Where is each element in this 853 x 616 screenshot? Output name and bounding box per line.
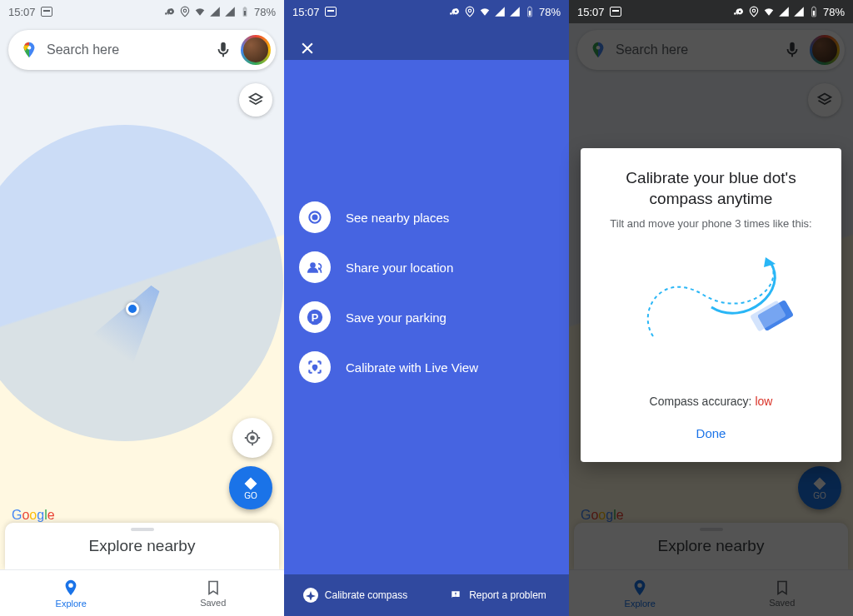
close-button[interactable] (299, 40, 316, 57)
dialog-subtitle: Tilt and move your phone 3 times like th… (596, 217, 826, 230)
close-icon (299, 40, 316, 57)
nearby-places-icon (299, 201, 331, 233)
wifi-icon (194, 6, 206, 17)
google-watermark: Google (12, 508, 55, 523)
share-location-icon (299, 251, 331, 283)
explore-card-label: Explore nearby (89, 537, 196, 555)
explore-nearby-card[interactable]: Explore nearby (5, 523, 279, 569)
footer-calibrate-compass[interactable]: Calibrate compass (284, 588, 426, 603)
screen-blue-dot-menu: 15:07 78% See nearby places Share your (284, 0, 569, 616)
search-placeholder: Search here (47, 42, 214, 57)
location-icon (464, 6, 476, 17)
battery-icon (524, 6, 536, 17)
nav-saved[interactable]: Saved (142, 570, 285, 616)
bookmark-icon (205, 579, 222, 596)
svg-point-10 (314, 366, 317, 369)
menu-item-label: Save your parking (346, 310, 446, 325)
parking-icon: P (299, 301, 331, 333)
menu-item-label: Calibrate with Live View (346, 360, 478, 375)
search-bar[interactable]: Search here (8, 30, 276, 70)
status-battery: 78% (254, 6, 276, 18)
layers-icon (247, 92, 264, 108)
blue-dot-menu-list: See nearby places Share your location P … (284, 201, 569, 401)
done-button[interactable]: Done (596, 420, 826, 447)
nav-saved-label: Saved (200, 598, 226, 608)
status-bar: 15:07 78% (0, 0, 284, 23)
feedback-icon (449, 589, 462, 602)
dialog-title: Calibrate your blue dot's compass anytim… (596, 168, 826, 209)
accuracy-label: Compass accuracy: (650, 395, 756, 408)
accuracy-value: low (755, 395, 772, 408)
signal-icon-2 (509, 6, 521, 17)
menu-footer: Calibrate compass Report a problem (284, 574, 569, 616)
news-icon (41, 7, 52, 17)
my-location-button[interactable] (232, 418, 272, 458)
svg-point-12 (752, 9, 756, 12)
vpn-key-icon (733, 6, 745, 17)
status-icons: 78% (733, 6, 845, 18)
menu-item-label: Share your location (346, 261, 453, 275)
wifi-icon (763, 6, 775, 17)
status-icons: 78% (449, 6, 561, 18)
profile-avatar[interactable] (241, 35, 271, 65)
mic-icon[interactable] (214, 41, 232, 59)
footer-report-problem[interactable]: Report a problem (426, 589, 569, 602)
maps-logo-icon (20, 41, 38, 59)
status-time: 15:07 (577, 6, 605, 18)
status-bar: 15:07 78% (284, 0, 569, 23)
svg-point-0 (183, 9, 187, 12)
svg-point-6 (313, 216, 317, 220)
menu-calibrate-live-view[interactable]: Calibrate with Live View (299, 351, 554, 383)
compass-icon (303, 588, 318, 603)
status-battery: 78% (539, 6, 561, 18)
signal-icon (494, 6, 506, 17)
signal-icon (209, 6, 221, 17)
figure-eight-illustration (628, 245, 795, 370)
calibrate-dialog: Calibrate your blue dot's compass anytim… (581, 148, 841, 462)
explore-pin-icon (62, 579, 80, 597)
nav-explore[interactable]: Explore (0, 570, 142, 616)
svg-point-4 (468, 9, 471, 12)
svg-point-7 (310, 262, 316, 268)
footer-label: Report a problem (469, 589, 546, 601)
menu-item-label: See nearby places (346, 211, 449, 225)
directions-icon (243, 476, 258, 491)
bottom-nav: Explore Saved (0, 569, 284, 616)
svg-text:P: P (312, 311, 319, 324)
vpn-key-icon (449, 6, 461, 17)
location-icon (179, 6, 191, 17)
screen-map-main: 15:07 78% Search here GO Google Explore … (0, 0, 284, 616)
crosshair-icon (243, 429, 262, 447)
status-icons: 78% (164, 6, 276, 18)
wifi-icon (479, 6, 491, 17)
go-directions-button[interactable]: GO (229, 466, 272, 509)
news-icon (610, 7, 621, 17)
status-time: 15:07 (292, 6, 320, 18)
signal-icon-2 (224, 6, 236, 17)
signal-icon (778, 6, 790, 17)
go-label: GO (244, 491, 257, 500)
vpn-key-icon (164, 6, 176, 17)
screen-calibrate-dialog: Search here GO Google Explore nearby Exp… (569, 0, 853, 616)
menu-save-parking[interactable]: P Save your parking (299, 301, 554, 333)
menu-see-nearby[interactable]: See nearby places (299, 201, 554, 233)
menu-share-location[interactable]: Share your location (299, 251, 554, 283)
nav-explore-label: Explore (56, 599, 87, 609)
battery-icon (808, 6, 820, 17)
status-time: 15:07 (8, 6, 36, 18)
footer-label: Calibrate compass (325, 589, 407, 601)
blue-dot[interactable] (126, 302, 139, 315)
battery-icon (239, 6, 251, 17)
news-icon (325, 7, 337, 17)
svg-point-3 (251, 436, 254, 440)
accuracy-row: Compass accuracy: low (596, 395, 826, 408)
status-battery: 78% (823, 6, 845, 18)
location-icon (748, 6, 760, 17)
live-view-icon (299, 351, 331, 383)
layers-button[interactable] (239, 83, 272, 117)
status-bar: 15:07 78% (569, 0, 853, 23)
signal-icon-2 (793, 6, 805, 17)
